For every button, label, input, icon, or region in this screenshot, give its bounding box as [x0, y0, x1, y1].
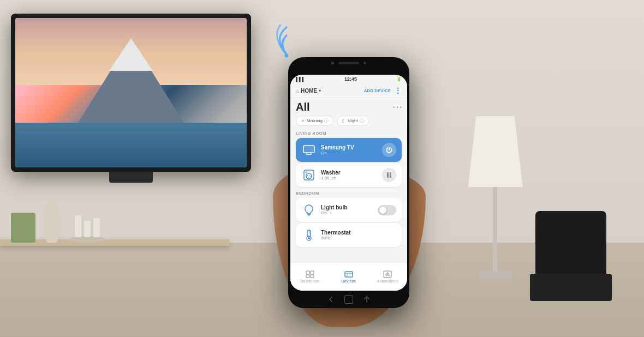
svg-point-0 [285, 54, 289, 58]
dashboard-label: Dashboard [301, 279, 319, 283]
tv-screen [15, 18, 247, 167]
devices-icon [344, 270, 353, 278]
candle-3 [93, 218, 100, 237]
sensor [363, 62, 366, 64]
candles [75, 215, 100, 237]
chair-back [535, 211, 606, 276]
phone-hardware-nav [288, 295, 409, 304]
lamp-base [479, 272, 512, 280]
nav-automations[interactable]: Automations [368, 268, 407, 285]
tv-frame [11, 14, 251, 172]
plant-pot [11, 213, 35, 243]
back-button[interactable] [327, 296, 335, 303]
battery-icon: 🔋 [396, 77, 402, 82]
lightbulb-name: Light bulb [321, 204, 373, 210]
lightbulb-toggle[interactable] [378, 205, 396, 215]
tv-container [11, 14, 251, 183]
washer-pause-button[interactable] [382, 168, 396, 182]
signal-strength: ▌▌▌ [296, 77, 305, 82]
nav-dashboard[interactable]: Dashboard [290, 268, 329, 285]
svg-rect-9 [387, 172, 389, 178]
chair [530, 211, 612, 320]
home-button[interactable] [344, 295, 353, 304]
svg-point-6 [306, 173, 312, 179]
light-bulb-card[interactable]: Light bulb Off [296, 198, 402, 222]
washer-info: Washer 1:30 left [321, 170, 378, 180]
time: 12:45 [344, 76, 357, 82]
night-info-icon[interactable]: ⓘ [360, 118, 364, 124]
thermostat-name: Thermostat [321, 230, 396, 236]
tv-mountain-snow [109, 38, 153, 71]
tv-water [15, 123, 247, 167]
bedroom-section-label: BEDROOM [290, 188, 407, 197]
samsung-tv-card[interactable]: Samsung TV On [296, 138, 402, 162]
svg-point-7 [308, 175, 311, 178]
lightbulb-info: Light bulb Off [321, 204, 373, 215]
lamp-pole [493, 187, 497, 274]
bottom-nav: Dashboard Devices Automations [290, 262, 407, 291]
svg-rect-21 [311, 275, 314, 278]
home-label: HOME [301, 88, 317, 94]
svg-rect-19 [311, 271, 314, 274]
automations-label: Automations [377, 279, 398, 283]
speaker [338, 62, 359, 64]
tv-device-icon [301, 142, 317, 158]
morning-label: Morning [307, 118, 323, 123]
shelf-items [11, 202, 106, 243]
svg-point-17 [308, 237, 310, 239]
phone-camera-area [331, 62, 366, 64]
phone: ▌▌▌ 12:45 🔋 ⌂ HOME ▾ ADD DEVICE ⋮ All • … [288, 57, 409, 308]
tv-name: Samsung TV [321, 145, 378, 151]
svg-rect-22 [345, 272, 353, 277]
phone-screen: ▌▌▌ 12:45 🔋 ⌂ HOME ▾ ADD DEVICE ⋮ All • … [290, 75, 407, 291]
chevron-icon[interactable]: ▾ [319, 88, 321, 93]
devices-label: Devices [342, 279, 356, 283]
thermostat-card[interactable]: Thermostat 28°C [296, 223, 402, 247]
app-header[interactable]: ⌂ HOME ▾ ADD DEVICE ⋮ [290, 83, 407, 98]
more-menu-icon[interactable]: ⋮ [394, 86, 402, 95]
washer-status: 1:30 left [321, 176, 378, 180]
toggle-knob [379, 207, 386, 214]
all-section: All • • • [290, 98, 407, 115]
lamp-shade [468, 116, 523, 187]
thermostat-info: Thermostat 28°C [321, 230, 396, 240]
lightbulb-status: Off [321, 210, 373, 215]
svg-rect-1 [303, 146, 314, 153]
vase [44, 202, 60, 243]
front-camera [331, 62, 334, 64]
scene-morning[interactable]: ☀ Morning ⓘ [296, 116, 333, 126]
tv-info: Samsung TV On [321, 145, 378, 155]
chair-seat [530, 274, 612, 301]
scenes-row: ☀ Morning ⓘ ☾ Night ⓘ [290, 115, 407, 129]
home-icon: ⌂ [296, 88, 299, 94]
automations-icon [383, 270, 392, 278]
svg-rect-20 [306, 275, 309, 278]
thermostat-status: 28°C [321, 236, 396, 240]
tv-power-button[interactable] [382, 143, 396, 157]
recents-button[interactable] [363, 296, 371, 303]
svg-rect-10 [390, 172, 391, 178]
washer-card[interactable]: Washer 1:30 left [296, 163, 402, 187]
add-device-button[interactable]: ADD DEVICE [364, 88, 391, 93]
washer-name: Washer [321, 170, 378, 176]
scene-night[interactable]: ☾ Night ⓘ [337, 116, 369, 126]
nav-devices[interactable]: Devices [329, 268, 368, 285]
more-dots[interactable]: • • • [393, 104, 402, 110]
candle-1 [75, 215, 81, 237]
status-bar: ▌▌▌ 12:45 🔋 [290, 75, 407, 83]
svg-rect-8 [305, 171, 307, 173]
candle-2 [84, 221, 91, 237]
morning-icon: ☀ [301, 118, 305, 124]
thermostat-icon [301, 227, 317, 243]
candles-group [68, 236, 106, 243]
tv-stand [109, 172, 153, 183]
wifi-signal [267, 25, 306, 57]
home-title-group: ⌂ HOME ▾ [296, 88, 321, 94]
living-room-section-label: LIVING ROOM [290, 129, 407, 137]
night-icon: ☾ [342, 118, 346, 124]
svg-rect-18 [306, 271, 309, 274]
morning-info-icon[interactable]: ⓘ [324, 118, 329, 124]
lamp [463, 116, 528, 280]
all-title: All [296, 101, 310, 113]
tv-status: On [321, 151, 378, 155]
